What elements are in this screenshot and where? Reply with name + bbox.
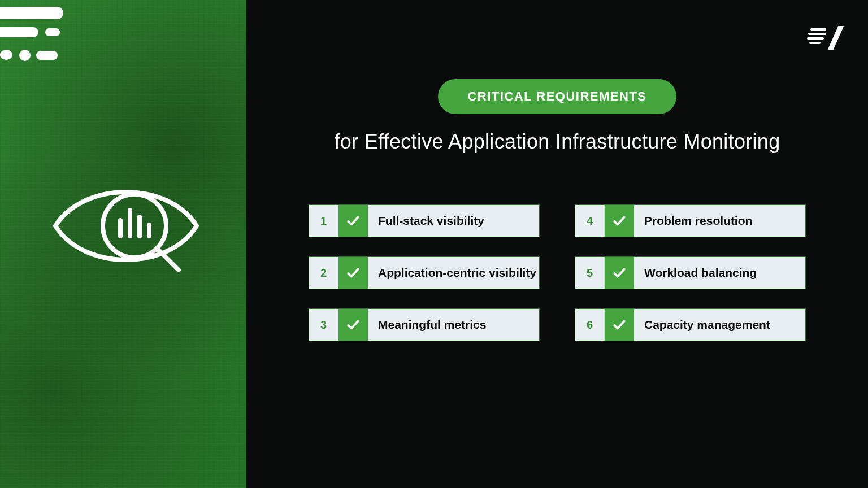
subtitle: for Effective Application Infrastructure… — [246, 130, 868, 154]
item-number: 5 — [575, 257, 605, 289]
requirement-item: 1 Full-stack visibility — [309, 204, 540, 237]
item-number: 2 — [309, 257, 338, 289]
item-label: Full-stack visibility — [368, 205, 539, 237]
brand-logo-icon — [807, 27, 842, 51]
item-label: Application-centric visibility — [368, 257, 539, 289]
heading-pill: CRITICAL REQUIREMENTS — [438, 79, 676, 114]
check-icon — [605, 309, 634, 341]
item-label: Problem resolution — [634, 205, 805, 237]
check-icon — [605, 257, 634, 289]
heading-pill-text: CRITICAL REQUIREMENTS — [467, 89, 646, 103]
requirements-grid: 1 Full-stack visibility 4 Problem resolu… — [309, 204, 806, 341]
check-icon — [338, 205, 368, 237]
requirement-item: 2 Application-centric visibility — [309, 256, 540, 289]
requirement-item: 5 Workload balancing — [575, 256, 806, 289]
item-label: Meaningful metrics — [368, 309, 539, 341]
slide: CRITICAL REQUIREMENTS for Effective Appl… — [0, 0, 868, 488]
requirement-item: 6 Capacity management — [575, 308, 806, 341]
left-panel — [0, 0, 246, 488]
item-label: Capacity management — [634, 309, 805, 341]
requirement-item: 4 Problem resolution — [575, 204, 806, 237]
check-icon — [338, 257, 368, 289]
eye-analytics-icon — [50, 169, 202, 282]
item-number: 4 — [575, 205, 605, 237]
item-label: Workload balancing — [634, 257, 805, 289]
check-icon — [338, 309, 368, 341]
item-number: 1 — [309, 205, 338, 237]
item-number: 3 — [309, 309, 338, 341]
corner-decor-icon — [0, 3, 90, 71]
content-panel: CRITICAL REQUIREMENTS for Effective Appl… — [246, 0, 868, 488]
requirement-item: 3 Meaningful metrics — [309, 308, 540, 341]
item-number: 6 — [575, 309, 605, 341]
check-icon — [605, 205, 634, 237]
